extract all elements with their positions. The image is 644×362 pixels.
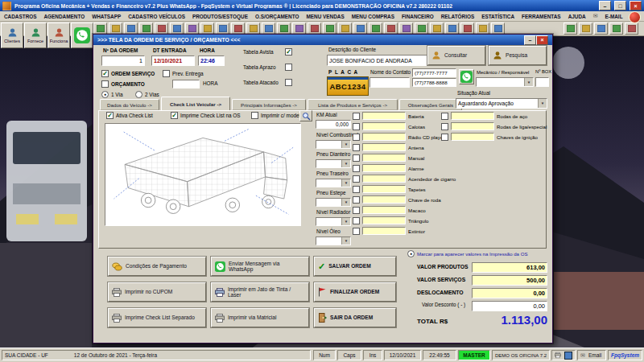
menu-item-agendamento[interactable]: AGENDAMENTO (43, 14, 85, 19)
menu-item-whatsapp[interactable]: WHATSAPP (92, 14, 121, 19)
checklist-field[interactable] (362, 216, 406, 224)
menu-item-ajuda[interactable]: AJUDA (568, 14, 586, 19)
toolbar-icon[interactable] (609, 23, 623, 35)
toolbar-icon[interactable] (338, 23, 352, 35)
checklist-field[interactable] (362, 154, 406, 162)
marcar-valores-radio[interactable]: ● Marcar para aparecer valores na Impres… (407, 250, 528, 257)
pneu-estepe-select[interactable]: ▼ (316, 198, 351, 207)
km-field[interactable]: 0,000 (316, 120, 351, 129)
toolbar-icon[interactable] (445, 23, 459, 35)
checklist-checkbox[interactable] (353, 207, 360, 214)
menu-item-estatistica[interactable]: ESTATÍSTICA (481, 14, 514, 19)
checklist-field[interactable] (362, 122, 406, 130)
fornecedores-button[interactable]: Fornece (24, 23, 47, 48)
checklist-checkbox[interactable] (353, 144, 360, 151)
tabela-aprazo-checkbox[interactable] (285, 64, 292, 71)
imprimir-jato-button[interactable]: Imprimir em Jato de Tinta / Laser (211, 282, 309, 302)
toolbar-icon[interactable] (246, 23, 260, 35)
checklist-field[interactable] (362, 185, 406, 193)
toolbar-icon[interactable] (369, 23, 382, 35)
valor-desconto-field[interactable]: 0,00 (472, 301, 547, 311)
valor-servicos-field[interactable]: 500,00 (472, 275, 547, 286)
close-button[interactable]: × (630, 1, 642, 10)
toolbar-icon[interactable] (109, 23, 122, 35)
tabela-atacado-checkbox[interactable] (285, 79, 292, 86)
status-email[interactable]: ✉ Email (577, 350, 606, 360)
minimize-button[interactable]: – (599, 1, 611, 10)
contato-field[interactable] (369, 77, 410, 88)
checklist-field[interactable] (362, 164, 406, 172)
situacao-select[interactable]: Aguardando Aprovação ▼ (456, 98, 547, 109)
phone2-field[interactable]: (77)7788-8888 (412, 78, 456, 87)
checklist-checkbox[interactable] (441, 113, 448, 120)
toolbar-icon[interactable] (594, 23, 608, 35)
checklist-field[interactable] (362, 133, 406, 141)
checklist-checkbox[interactable] (353, 186, 360, 193)
checklist-checkbox[interactable] (353, 123, 360, 130)
tabela-avista-checkbox[interactable]: ✓ (285, 48, 292, 56)
menu-item-cadastro-veiculos[interactable]: CADASTRO VEÍCULOS (128, 14, 185, 19)
checklist-field[interactable] (362, 112, 406, 120)
toolbar-icon[interactable] (292, 23, 306, 35)
checklist-checkbox[interactable] (353, 175, 360, 183)
deslocamento-field[interactable]: 0,00 (472, 288, 547, 298)
menu-item-relatorios[interactable]: RELATÓRIOS (441, 14, 474, 19)
checklist-checkbox[interactable] (353, 228, 360, 235)
funcionarios-button[interactable]: Funciona (47, 23, 70, 48)
via1-radio[interactable]: ● 1 Via (101, 91, 122, 98)
checklist-field[interactable] (362, 175, 406, 183)
valor-produtos-field[interactable]: 613,00 (472, 262, 547, 273)
checklist-checkbox[interactable] (353, 165, 360, 172)
toolbar-icon[interactable] (460, 23, 474, 35)
nivel-combustivel-select[interactable]: ▼ (316, 140, 351, 149)
checklist-field[interactable] (451, 112, 494, 120)
phone1-field[interactable]: (77)7777-7777 (412, 68, 456, 77)
menu-item-menu-vendas[interactable]: MENU VENDAS (306, 14, 344, 19)
checklist-checkbox[interactable] (441, 123, 448, 130)
zoom-model-button[interactable] (299, 110, 312, 121)
consultar-button[interactable]: Consultar (427, 46, 485, 65)
prev-entrega-date-field[interactable] (172, 80, 200, 88)
toolbar-icon[interactable] (185, 23, 199, 35)
toolbar-icon[interactable] (353, 23, 367, 35)
license-plate[interactable]: ABC1234 (327, 76, 369, 96)
window-close-button[interactable]: × (536, 35, 548, 45)
menu-item-menu-compras[interactable]: MENU COMPRAS (352, 14, 394, 19)
menu-item-produtos-estoque[interactable]: PRODUTOS/ESTOQUE (192, 14, 248, 19)
imprime-checklist-separado-button[interactable]: Imprime Check List Separado (108, 308, 206, 327)
checklist-checkbox[interactable] (353, 113, 360, 120)
whatsapp-shortcut-button[interactable] (71, 23, 93, 48)
toolbar-icon[interactable] (124, 23, 138, 35)
via2-radio[interactable]: 2 Vias (135, 91, 159, 98)
checklist-field[interactable] (362, 143, 406, 151)
window-titlebar[interactable]: >>> TELA DA ORDEM DE SERVIÇO / ORÇAMENTO… (93, 35, 552, 45)
menu-item-email[interactable]: E-MAIL (605, 14, 623, 19)
toolbar-icon[interactable] (155, 23, 168, 35)
prev-entrega-checkbox[interactable]: Prev. Entrega (163, 70, 204, 77)
enviar-whatsapp-button[interactable]: Enviar Mensagem via WhatsApp (211, 257, 309, 276)
checklist-field[interactable] (451, 133, 494, 141)
tab-observacoes-gerais[interactable]: Observações Gerais (399, 99, 462, 110)
imprime-checklist-checkbox[interactable]: ✓ Imprime Check List na OS (171, 112, 241, 119)
toolbar-icon[interactable] (93, 23, 107, 35)
menu-item-os-orcamento[interactable]: O.S/ORÇAMENTO (255, 14, 299, 19)
hora-field[interactable]: 22:46 (198, 56, 225, 66)
dt-entrada-field[interactable]: 12/10/2021 (151, 56, 195, 66)
toolbar-icon[interactable] (579, 23, 592, 35)
menu-item-financeiro[interactable]: FINANCEIRO (402, 14, 434, 19)
ordem-servico-checkbox[interactable]: ✓ ORDEM SERVIÇO (101, 70, 155, 77)
tab-checklist-veicular[interactable]: Check List Veicular -> (161, 97, 230, 110)
toolbar-icon[interactable] (262, 23, 275, 35)
toolbar-icon[interactable] (476, 23, 489, 35)
ordem-field[interactable]: 1 (101, 56, 145, 66)
app-tray-icon[interactable] (564, 352, 572, 360)
maximize-button[interactable]: □ (614, 1, 626, 10)
toolbar-icon[interactable] (625, 23, 638, 35)
window-minimize-button[interactable]: – (524, 35, 536, 45)
pneu-dianteiro-select[interactable]: ▼ (316, 159, 351, 168)
tab-principais-informacoes[interactable]: Principais Informações -> (232, 99, 306, 110)
tab-dados-veiculo[interactable]: Dados do Veículo -> (100, 99, 159, 110)
checklist-checkbox[interactable] (441, 134, 448, 141)
toolbar-icon[interactable] (399, 23, 413, 35)
toolbar-icon[interactable] (491, 23, 505, 35)
